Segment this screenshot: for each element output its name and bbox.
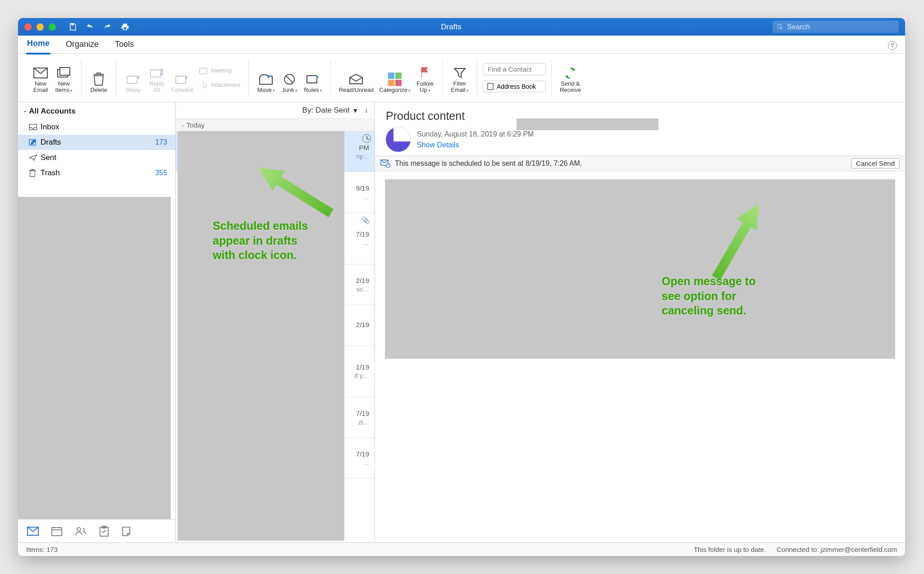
tab-organize[interactable]: Organize (65, 37, 100, 54)
categorize-button[interactable]: Categorize (376, 61, 413, 95)
folder-drafts[interactable]: Drafts173 (18, 135, 175, 150)
read-unread-button[interactable]: Read/Unread (336, 61, 376, 95)
filter-email-button[interactable]: Filter Email (448, 61, 471, 95)
search-icon (777, 23, 783, 30)
svg-rect-13 (52, 528, 62, 536)
svg-rect-0 (71, 23, 74, 25)
svg-rect-6 (176, 76, 186, 83)
sidebar: All Accounts Inbox Drafts173 Sent Trash3… (18, 102, 176, 542)
show-details-link[interactable]: Show Details (417, 138, 534, 149)
tab-tools[interactable]: Tools (114, 37, 135, 54)
attachment-icon: 📎 (361, 216, 370, 224)
search-input[interactable] (773, 21, 899, 33)
nav-mail-icon[interactable] (27, 527, 39, 536)
window-title: Drafts (130, 23, 773, 32)
nav-notes-icon[interactable] (122, 526, 131, 536)
status-item-count: Items: 173 (26, 546, 58, 553)
undo-icon[interactable] (85, 23, 95, 31)
help-icon[interactable]: ? (888, 41, 897, 50)
address-book-button[interactable]: Address Book (483, 81, 546, 92)
sidebar-redacted (18, 197, 171, 519)
meeting-button[interactable]: Meeting (196, 64, 243, 77)
nav-tasks-icon[interactable] (99, 526, 109, 537)
status-connection: Connected to: jzimmer@centerfield.com (777, 546, 897, 553)
attachment-button[interactable]: Attachment (196, 78, 243, 92)
status-bar: Items: 173 This folder is up to date. Co… (18, 542, 905, 556)
message-header: Sunday, August 18, 2019 at 6:29 PM Show … (375, 127, 905, 155)
sender-avatar (386, 127, 411, 152)
cancel-send-button[interactable]: Cancel Send (851, 158, 900, 169)
delete-button[interactable]: Delete (87, 61, 110, 95)
title-bar: Drafts (18, 18, 905, 36)
folder-inbox[interactable]: Inbox (18, 119, 175, 135)
rules-button[interactable]: Rules (301, 61, 325, 95)
reading-pane: Product content Sunday, August 18, 2019 … (375, 102, 905, 542)
find-contact-input[interactable] (483, 63, 546, 75)
reply-button[interactable]: Reply (122, 61, 145, 95)
scheduled-mail-icon (380, 159, 390, 168)
inbox-icon (29, 124, 37, 130)
nav-people-icon[interactable] (75, 526, 87, 536)
folder-trash[interactable]: Trash355 (18, 165, 175, 181)
close-window-button[interactable] (24, 23, 32, 31)
sent-icon (29, 155, 37, 161)
folder-tree: All Accounts Inbox Drafts173 Sent Trash3… (18, 102, 175, 519)
new-items-button[interactable]: New Items (52, 61, 76, 95)
forward-button[interactable]: Forward (169, 61, 196, 95)
status-sync: This folder is up to date. (694, 546, 766, 553)
tab-bar: Home Organize Tools ? (18, 36, 905, 54)
sort-header[interactable]: By: Date Sent▾↓ (176, 102, 375, 118)
message-body-redacted (385, 179, 895, 359)
message-date: Sunday, August 18, 2019 at 6:29 PM (417, 130, 534, 138)
svg-rect-4 (127, 76, 137, 83)
window-controls (24, 23, 56, 31)
message-list: By: Date Sent▾↓ Today PMny… 9/19… 📎7/19…… (176, 102, 375, 542)
trash-icon (29, 169, 37, 177)
print-icon[interactable] (120, 23, 130, 31)
follow-up-button[interactable]: Follow Up (413, 61, 437, 95)
reply-all-button[interactable]: Reply All (145, 61, 169, 95)
scheduled-info-bar: This message is scheduled to be sent at … (375, 155, 905, 171)
all-accounts-header[interactable]: All Accounts (18, 102, 175, 119)
app-window: Drafts Home Organize Tools ? New Email N… (18, 18, 905, 556)
ribbon: New Email New Items Delete Reply Reply A… (18, 54, 905, 102)
svg-rect-5 (151, 70, 160, 77)
main-area: All Accounts Inbox Drafts173 Sent Trash3… (18, 102, 905, 542)
save-icon[interactable] (69, 23, 77, 31)
svg-rect-3 (60, 68, 70, 75)
redo-icon[interactable] (103, 23, 112, 31)
message-list-redacted (178, 131, 344, 541)
date-group-today[interactable]: Today (176, 118, 375, 132)
zoom-window-button[interactable] (49, 23, 56, 31)
redacted-bar (517, 118, 659, 130)
junk-button[interactable]: Junk (278, 61, 301, 95)
svg-point-14 (77, 528, 81, 531)
new-email-button[interactable]: New Email (29, 61, 52, 95)
tab-home[interactable]: Home (26, 36, 50, 55)
scheduled-info-text: This message is scheduled to be sent at … (395, 159, 582, 168)
search-container (773, 21, 899, 33)
nav-calendar-icon[interactable] (51, 526, 62, 536)
move-button[interactable]: Move (254, 61, 278, 95)
drafts-icon (29, 139, 37, 146)
svg-rect-9 (307, 76, 317, 83)
svg-rect-10 (488, 83, 493, 90)
nav-bar (18, 519, 175, 542)
send-receive-button[interactable]: Send & Receive (557, 61, 584, 95)
quick-access-toolbar (69, 23, 130, 31)
scheduled-clock-icon (362, 134, 371, 143)
svg-rect-7 (200, 68, 207, 74)
minimize-window-button[interactable] (37, 23, 44, 31)
folder-sent[interactable]: Sent (18, 150, 175, 165)
